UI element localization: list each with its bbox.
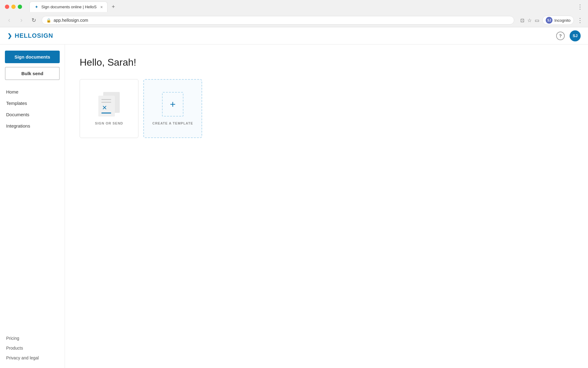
browser-chrome: ✦ Sign documents online | HelloS × + ⋮ ‹…	[0, 0, 588, 27]
sign-or-send-label: SIGN OR SEND	[95, 121, 123, 125]
title-bar: ✦ Sign documents online | HelloS × + ⋮	[0, 0, 588, 13]
main-content: Hello, Sarah! ✕ SIGN OR SEND	[65, 44, 588, 368]
tab-favicon-icon: ✦	[34, 5, 39, 10]
sidebar-item-home[interactable]: Home	[5, 86, 60, 98]
create-template-label: CREATE A TEMPLATE	[152, 121, 193, 125]
doc-line-1	[101, 99, 111, 100]
window-minimize-button[interactable]	[11, 5, 16, 9]
sidebar: Sign documents Bulk send Home Templates …	[0, 44, 65, 368]
doc-underline	[101, 113, 111, 113]
cast-icon[interactable]: ⊡	[520, 17, 524, 23]
help-button[interactable]: ?	[556, 32, 565, 40]
address-text: app.hellosign.com	[54, 18, 510, 23]
active-tab[interactable]: ✦ Sign documents online | HelloS ×	[29, 2, 107, 12]
doc-x-mark: ✕	[101, 105, 107, 111]
back-button[interactable]: ‹	[5, 16, 13, 25]
browser-menu-dots[interactable]: ⋮	[577, 17, 583, 24]
footer-link-pricing[interactable]: Pricing	[5, 334, 60, 343]
cards-container: ✕ SIGN OR SEND + CREATE A TEMPLATE	[80, 79, 573, 138]
bookmark-icon[interactable]: ☆	[527, 17, 532, 23]
window-maximize-button[interactable]	[18, 5, 22, 9]
window-close-button[interactable]	[5, 5, 9, 9]
logo-text: HELLOSIGN	[15, 32, 53, 39]
sidebar-item-documents[interactable]: Documents	[5, 109, 60, 120]
main-layout: Sign documents Bulk send Home Templates …	[0, 44, 588, 368]
header-actions: ? SJ	[556, 30, 581, 41]
forward-button[interactable]: ›	[17, 16, 26, 25]
lock-icon: 🔒	[46, 18, 51, 23]
doc-line-2	[101, 102, 111, 103]
sidebar-item-integrations[interactable]: Integrations	[5, 120, 60, 132]
incognito-badge[interactable]: SJ Incognito	[542, 16, 574, 25]
footer-link-privacy[interactable]: Privacy and legal	[5, 354, 60, 362]
page-title: Hello, Sarah!	[80, 57, 573, 68]
nav-bar: ‹ › ↻ 🔒 app.hellosign.com ⊡ ☆ ▭ SJ Incog…	[0, 13, 588, 27]
tab-bar: ✦ Sign documents online | HelloS × +	[29, 2, 303, 12]
app-container: ❯ HELLOSIGN ? SJ Sign documents Bulk sen…	[0, 27, 588, 368]
sidebar-nav: Home Templates Documents Integrations	[5, 86, 60, 132]
sign-or-send-icon: ✕	[98, 92, 120, 117]
logo-chevron-icon: ❯	[7, 33, 12, 39]
app-header: ❯ HELLOSIGN ? SJ	[0, 27, 588, 44]
create-template-card[interactable]: + CREATE A TEMPLATE	[143, 79, 202, 138]
sign-or-send-card[interactable]: ✕ SIGN OR SEND	[80, 79, 138, 138]
incognito-avatar: SJ	[546, 17, 552, 24]
sidebar-item-templates[interactable]: Templates	[5, 98, 60, 109]
sidebar-icon[interactable]: ▭	[535, 17, 539, 23]
create-template-icon: +	[162, 92, 183, 117]
doc-front: ✕	[98, 96, 115, 117]
tab-title: Sign documents online | HelloS	[41, 5, 96, 9]
sidebar-bottom: Pricing Products Privacy and legal	[5, 334, 60, 362]
browser-menu-icon[interactable]: ⋮	[577, 3, 583, 10]
address-bar[interactable]: 🔒 app.hellosign.com	[42, 16, 514, 25]
user-avatar[interactable]: SJ	[570, 30, 581, 41]
new-tab-button[interactable]: +	[110, 3, 117, 11]
window-controls	[5, 5, 22, 9]
logo[interactable]: ❯ HELLOSIGN	[7, 32, 53, 39]
plus-icon: +	[170, 99, 176, 109]
sign-documents-button[interactable]: Sign documents	[5, 51, 60, 63]
reload-button[interactable]: ↻	[29, 16, 38, 25]
incognito-initials: SJ	[547, 19, 551, 22]
nav-actions: ⊡ ☆ ▭ SJ Incognito ⋮	[520, 16, 583, 25]
sidebar-top: Sign documents Bulk send Home Templates …	[5, 51, 60, 132]
footer-link-products[interactable]: Products	[5, 344, 60, 352]
bulk-send-button[interactable]: Bulk send	[5, 67, 60, 80]
incognito-label: Incognito	[554, 18, 571, 23]
tab-close-button[interactable]: ×	[100, 5, 103, 10]
